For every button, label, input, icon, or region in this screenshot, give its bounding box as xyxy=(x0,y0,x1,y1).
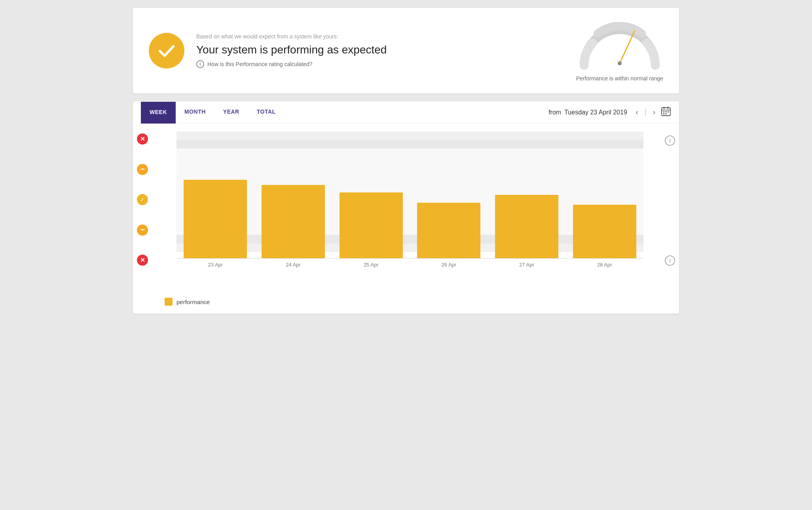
x-label-4: 27 Apr xyxy=(488,262,566,268)
side-icon-green: ✓ xyxy=(137,194,148,205)
date-separator: | xyxy=(645,108,647,117)
perf-info-text: How is this Performance rating calculate… xyxy=(207,61,312,67)
tab-total[interactable]: TOTAL xyxy=(248,101,285,123)
bar-23apr xyxy=(184,180,247,258)
chart-visual: 23 Apr 24 Apr 25 Apr 26 Apr 27 Apr 28 Ap… xyxy=(176,131,643,268)
bar-group-2 xyxy=(336,192,407,258)
chart-right-info-bottom[interactable]: i xyxy=(665,255,675,266)
side-icon-orange-bottom: − xyxy=(137,225,148,236)
info-icon-chart-bottom[interactable]: i xyxy=(665,255,675,266)
x-label-5: 28 Apr xyxy=(565,262,643,268)
calendar-button[interactable] xyxy=(661,106,671,119)
bar-group-0 xyxy=(180,180,251,258)
bar-group-1 xyxy=(258,185,329,258)
perf-title: Your system is performing as expected xyxy=(196,44,387,56)
svg-point-1 xyxy=(618,61,622,65)
svg-rect-9 xyxy=(663,113,664,114)
tab-year[interactable]: YEAR xyxy=(214,101,248,123)
bar-26apr xyxy=(417,203,480,258)
svg-rect-10 xyxy=(666,113,667,114)
tab-month[interactable]: MONTH xyxy=(176,101,214,123)
bar-27apr xyxy=(495,195,558,258)
checkmark-svg xyxy=(157,41,176,61)
date-value: Tuesday 23 April 2019 xyxy=(564,109,627,116)
svg-line-0 xyxy=(620,31,635,63)
legend-color-swatch xyxy=(165,298,173,306)
chart-right-info-top[interactable]: i xyxy=(665,135,675,146)
next-date-button[interactable]: › xyxy=(651,107,658,118)
gauge-label: Performance is within normal range xyxy=(576,75,663,82)
bar-group-4 xyxy=(491,195,562,258)
perf-text-block: Based on what we would expect from a sys… xyxy=(196,33,387,68)
bar-25apr xyxy=(340,192,403,258)
x-label-3: 26 Apr xyxy=(410,262,488,268)
svg-rect-7 xyxy=(666,111,667,112)
side-icon-red-top: ✕ xyxy=(137,133,148,145)
bars-container xyxy=(176,131,643,258)
side-icon-orange-top: − xyxy=(137,164,148,175)
check-circle-icon xyxy=(149,33,184,69)
bar-28apr xyxy=(573,205,636,258)
chart-section: WEEK MONTH YEAR TOTAL from Tuesday 23 Ap… xyxy=(133,101,679,314)
side-icons: ✕ − ✓ − ✕ xyxy=(137,131,148,268)
bar-24apr xyxy=(262,185,325,258)
tab-week[interactable]: WEEK xyxy=(141,102,176,124)
info-icon-small: i xyxy=(196,60,204,68)
main-container: Based on what we would expect from a sys… xyxy=(133,8,679,314)
calendar-icon xyxy=(661,106,671,116)
performance-header-card: Based on what we would expect from a sys… xyxy=(133,8,679,93)
x-label-0: 23 Apr xyxy=(176,262,254,268)
bar-group-5 xyxy=(569,205,640,258)
x-label-2: 25 Apr xyxy=(332,262,410,268)
gauge-container: Performance is within normal range xyxy=(576,20,663,82)
perf-header-left: Based on what we would expect from a sys… xyxy=(149,33,387,69)
svg-rect-8 xyxy=(668,111,669,112)
tabs-left: WEEK MONTH YEAR TOTAL xyxy=(141,101,285,123)
x-label-1: 24 Apr xyxy=(254,262,332,268)
chart-area: ✕ − ✓ − ✕ i i xyxy=(133,124,679,291)
date-prefix: from xyxy=(548,109,561,116)
x-axis-labels: 23 Apr 24 Apr 25 Apr 26 Apr 27 Apr 28 Ap… xyxy=(176,259,643,268)
svg-rect-6 xyxy=(663,111,664,112)
perf-subtitle: Based on what we would expect from a sys… xyxy=(196,33,387,40)
gauge-svg xyxy=(576,20,663,71)
prev-date-button[interactable]: ‹ xyxy=(634,107,641,118)
legend-label: performance xyxy=(176,299,210,305)
side-icon-red-bottom: ✕ xyxy=(137,255,148,266)
info-icon-chart-top[interactable]: i xyxy=(665,135,675,146)
tabs-bar: WEEK MONTH YEAR TOTAL from Tuesday 23 Ap… xyxy=(133,101,679,124)
perf-info-link[interactable]: i How is this Performance rating calcula… xyxy=(196,60,387,68)
tabs-right: from Tuesday 23 April 2019 ‹ | › xyxy=(548,106,671,119)
legend-area: performance xyxy=(133,291,679,314)
bar-group-3 xyxy=(413,203,484,258)
